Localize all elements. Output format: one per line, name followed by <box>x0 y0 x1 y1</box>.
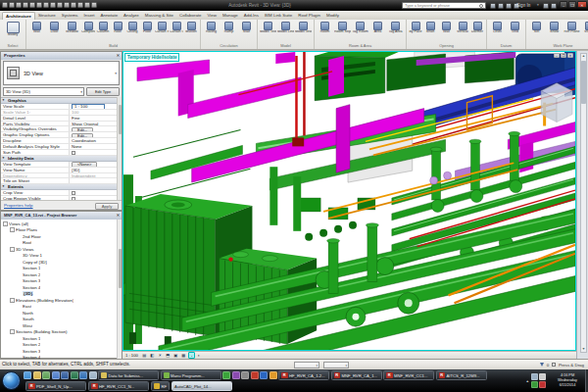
ribbon-button-component[interactable]: Component <box>81 21 95 38</box>
adobe-reader-icon[interactable] <box>251 371 259 379</box>
open-icon[interactable] <box>9 2 15 8</box>
view-scale[interactable]: 1 : 100 <box>124 352 140 359</box>
tab-view[interactable]: View <box>205 12 220 20</box>
checkbox-sun-path[interactable] <box>72 151 75 155</box>
sign-in-button[interactable]: Sign In <box>516 0 530 11</box>
shadows-icon[interactable]: ⬒ <box>165 352 172 359</box>
ribbon-button-by-face[interactable]: By Face <box>409 21 422 38</box>
ribbon-button-ceiling[interactable]: Ceiling <box>125 21 139 38</box>
reveal-hidden-elements-icon[interactable]: ◐ <box>196 352 203 359</box>
autocad-icon[interactable] <box>260 371 268 379</box>
notepad-icon[interactable] <box>89 371 97 379</box>
ribbon-button-model-line[interactable]: Model Line <box>277 21 294 38</box>
ribbon-button-column[interactable]: Column <box>96 21 110 38</box>
tab-modify[interactable]: Modify <box>323 12 342 20</box>
tab-bim-link-suite[interactable]: BIM Link Suite <box>262 12 295 20</box>
infocenter-search[interactable] <box>402 2 486 9</box>
aligned-dimension-icon[interactable] <box>57 2 63 8</box>
tab-architecture[interactable]: Architecture <box>2 12 35 20</box>
taskbar-window-button[interactable]: AutoCAD_Plot_14... <box>172 381 232 391</box>
taskbar-clock[interactable]: 4:16 PM Wednesday 6/11/2014 <box>551 373 584 388</box>
sign-in-caret-icon[interactable]: ▾ <box>537 0 539 11</box>
properties-section-identity-data[interactable]: Identity Data <box>1 156 119 162</box>
edit-type-button[interactable]: Edit Type <box>86 87 120 96</box>
ribbon-button-curtain-grid[interactable]: Curtain Grid <box>170 21 183 38</box>
viewcube[interactable] <box>541 83 572 122</box>
temporary-hide-isolate-icon[interactable]: ◔ <box>188 352 195 359</box>
control-panel-icon[interactable] <box>42 371 50 379</box>
tree-expander-icon[interactable]: - <box>10 298 15 303</box>
apply-button[interactable]: Apply <box>95 203 119 210</box>
filter-icon[interactable] <box>540 363 544 367</box>
button-view-template[interactable]: <None> <box>72 162 97 167</box>
taskbar-revit-button[interactable]: RAITCS_R_12M9... <box>436 370 487 380</box>
view-close-button[interactable]: ✕ <box>567 53 573 58</box>
ribbon-button-curtain-system[interactable]: Curtain System <box>155 21 169 38</box>
ribbon-button-mullion[interactable]: Mullion <box>184 21 198 38</box>
search-icon[interactable] <box>479 4 483 8</box>
taskbar-window-button[interactable]: RPDF_Shell_N_Up... <box>25 381 86 391</box>
scroll-up-icon[interactable]: ▲ <box>580 53 587 60</box>
keyboard-shortcuts-icon[interactable] <box>543 3 549 9</box>
sync-with-central-icon[interactable] <box>23 2 28 8</box>
crop-view-icon[interactable]: ▣ <box>172 352 179 359</box>
redo-icon[interactable] <box>36 2 42 8</box>
properties-filter-dropdown[interactable]: 3D View (3D) <box>3 87 84 96</box>
minimize-button[interactable]: – <box>560 1 567 8</box>
show-crop-region-icon[interactable]: ▦ <box>180 352 187 359</box>
viewport-scrollbar[interactable]: ▲ ▼ <box>576 51 588 359</box>
tab-analyze[interactable]: Analyze <box>121 12 142 20</box>
antivirus-icon[interactable] <box>539 381 546 388</box>
save-icon[interactable] <box>16 2 22 8</box>
tab-annotate[interactable]: Annotate <box>98 12 122 20</box>
type-selector-caret-icon[interactable]: ▾ <box>115 72 117 75</box>
ribbon-button-room-separator[interactable]: Room Separator <box>334 21 351 38</box>
ribbon-button-window[interactable]: Window <box>64 21 80 38</box>
tab-manage[interactable]: Manage <box>220 12 241 20</box>
ribbon-button-area[interactable]: Area <box>369 21 386 38</box>
ribbon-button-door[interactable]: Door <box>46 21 63 38</box>
excel-icon[interactable] <box>71 371 78 379</box>
calculator-icon[interactable] <box>241 371 249 379</box>
sun-path-icon[interactable]: ☀ <box>157 352 164 359</box>
ribbon-button-railing[interactable]: Railing <box>203 21 220 38</box>
tab-add-ins[interactable]: Add-Ins <box>241 12 262 20</box>
design-options-dropdown[interactable] <box>323 362 349 368</box>
taskbar-window-button[interactable]: Data for Submiss... <box>98 370 159 380</box>
default-3d-view-icon[interactable] <box>71 2 76 8</box>
tab-massing-site[interactable]: Massing & Site <box>142 12 176 20</box>
tab-insert[interactable]: Insert <box>81 12 98 20</box>
value-view-scale[interactable]: 1 : 100 <box>72 104 105 109</box>
project-browser-close-icon[interactable]: ✕ <box>117 212 120 220</box>
tree-expander-icon[interactable]: - <box>10 247 15 252</box>
scroll-down-icon[interactable]: ▼ <box>580 346 587 353</box>
taskbar-window-button[interactable]: RHF_RVR_CC1_N... <box>88 381 149 391</box>
start-button[interactable] <box>2 371 21 390</box>
ribbon-button-model-group[interactable]: Model Group <box>295 21 312 38</box>
tray-expand-icon[interactable]: ▲ <box>526 379 529 383</box>
checkbox-crop-view[interactable] <box>72 191 75 195</box>
windows-explorer-icon[interactable] <box>33 371 41 379</box>
ribbon-button-set[interactable]: Set <box>528 21 545 38</box>
ribbon-button-modify[interactable]: Modify <box>2 21 24 41</box>
ribbon-button-tag-area[interactable]: Tag Area <box>387 21 404 38</box>
undo-icon[interactable] <box>29 2 35 8</box>
quick-access-caret-icon[interactable] <box>91 2 97 8</box>
detail-level-icon[interactable]: ▤ <box>141 352 148 359</box>
ribbon-button-floor[interactable]: Floor <box>140 21 154 38</box>
volume-icon[interactable] <box>539 373 546 380</box>
tab-systems[interactable]: Systems <box>59 12 81 20</box>
app-menu-icon[interactable] <box>2 2 8 8</box>
tab-structure[interactable]: Structure <box>35 12 59 20</box>
ribbon-button-room[interactable]: Room <box>317 21 333 38</box>
onenote-icon[interactable] <box>232 371 240 379</box>
properties-scrollbar[interactable] <box>117 97 122 201</box>
3d-model-view[interactable] <box>123 52 575 350</box>
ribbon-button-ref-plane[interactable]: Ref Plane <box>564 21 580 38</box>
ribbon-button-ramp[interactable]: Ramp <box>220 21 237 38</box>
internet-explorer-icon[interactable] <box>24 371 31 379</box>
word-icon[interactable] <box>61 371 69 379</box>
section-icon[interactable] <box>77 2 83 8</box>
ribbon-button-grid[interactable]: Grid <box>507 21 523 38</box>
ribbon-button-roof[interactable]: Roof <box>111 21 124 38</box>
